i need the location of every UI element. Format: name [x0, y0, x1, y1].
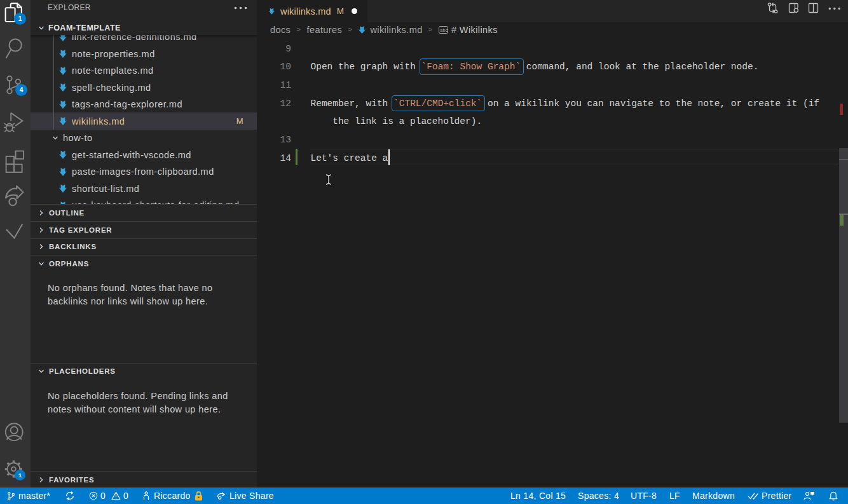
svg-text:abc: abc: [440, 27, 448, 32]
